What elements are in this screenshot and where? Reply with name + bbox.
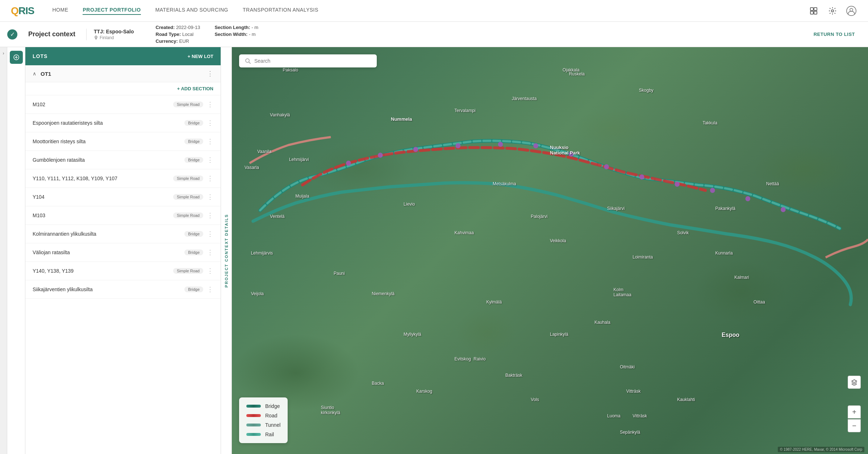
svg-rect-3 <box>814 11 817 14</box>
lots-header-title: LOTS <box>33 53 47 59</box>
lot-item-name: Siikajärventien ylikulkusilta <box>33 286 184 292</box>
lot-item-menu[interactable]: ⋮ <box>207 119 213 127</box>
lot-item[interactable]: Kolmirannantien ylikulkusilta Bridge ⋮ <box>25 225 221 243</box>
lot-item-name: Kolmirannantien ylikulkusilta <box>33 231 184 237</box>
lot-item-menu[interactable]: ⋮ <box>207 267 213 275</box>
map-copyright: © 1987-2022 HERE, Maxar, © 2014 Microsof… <box>778 447 864 452</box>
legend-bridge-label: Bridge <box>265 403 280 409</box>
legend-tunnel-label: Tunnel <box>265 422 280 428</box>
lot-item-name: Y110, Y111, Y112, K108, Y109, Y107 <box>33 176 173 181</box>
legend-bridge: Bridge <box>246 403 280 409</box>
lot-badge: Bridge <box>184 286 203 292</box>
map-routes-svg <box>232 47 868 454</box>
section-length-detail: Section Length: - m <box>214 25 258 30</box>
section-width-detail: Section Width: - m <box>214 32 258 37</box>
project-details: Created: 2022-09-13 Road Type: Local Cur… <box>156 25 259 44</box>
lot-item-name: M103 <box>33 212 173 218</box>
zoom-in-button[interactable]: + <box>848 405 861 418</box>
lot-item-name: Y140, Y138, Y139 <box>33 268 173 274</box>
lot-item-menu[interactable]: ⋮ <box>207 137 213 145</box>
search-input[interactable] <box>254 58 371 64</box>
svg-point-11 <box>378 153 383 158</box>
lot-item-menu[interactable]: ⋮ <box>207 174 213 182</box>
lot-item-menu[interactable]: ⋮ <box>207 100 213 108</box>
lot-badge: Bridge <box>184 139 203 144</box>
user-icon[interactable] <box>846 5 857 17</box>
notifications-icon[interactable] <box>808 5 819 17</box>
nav-materials-sourcing[interactable]: MATERIALS AND SOURCING <box>155 7 228 15</box>
map-area[interactable]: Paksalo Vanhakylä Vaanila Vasarla Lehmij… <box>232 47 868 454</box>
legend-rail-label: Rail <box>265 432 274 437</box>
lot-item[interactable]: Moottoritien risteys silta Bridge ⋮ <box>25 132 221 151</box>
logo-q: Q <box>11 5 18 16</box>
lot-badge: Simple Road <box>173 212 203 218</box>
zoom-out-button[interactable]: − <box>848 419 861 432</box>
lot-item-menu[interactable]: ⋮ <box>207 248 213 256</box>
map-search-bar[interactable] <box>239 54 377 67</box>
svg-point-17 <box>604 164 609 169</box>
project-title: Project context <box>28 30 75 38</box>
section-group: Section Length: - m Section Width: - m <box>214 25 258 44</box>
map-layers-button[interactable] <box>848 376 861 389</box>
settings-icon[interactable] <box>827 5 838 17</box>
side-label-container: PROJECT CONTEXT DETAILS <box>221 47 232 454</box>
svg-line-24 <box>249 62 250 63</box>
project-header: ✓ Project context TTJ: Espoo-Salo Finlan… <box>0 22 868 47</box>
lot-item[interactable]: M102 Simple Road ⋮ <box>25 95 221 114</box>
created-detail: Created: 2022-09-13 <box>156 25 200 30</box>
svg-point-4 <box>831 10 834 12</box>
app-logo: QRIS <box>11 5 34 17</box>
svg-point-20 <box>710 188 715 193</box>
lot-item[interactable]: Espoonjoen rautatieristeys silta Bridge … <box>25 114 221 132</box>
return-to-list-button[interactable]: RETURN TO LIST <box>808 29 861 40</box>
project-status-icon: ✓ <box>7 29 17 40</box>
lot-badge: Bridge <box>184 249 203 255</box>
lot-group-chevron[interactable]: ∧ <box>33 71 36 77</box>
lot-item-menu[interactable]: ⋮ <box>207 156 213 164</box>
legend-road-label: Road <box>265 413 277 418</box>
lot-item[interactable]: Siikajärventien ylikulkusilta Bridge ⋮ <box>25 280 221 299</box>
legend-road: Road <box>246 413 280 418</box>
lot-item-name: Espoonjoen rautatieristeys silta <box>33 120 184 126</box>
lot-badge: Bridge <box>184 157 203 163</box>
lot-item[interactable]: Y104 Simple Road ⋮ <box>25 188 221 206</box>
legend-rail-line <box>246 433 261 436</box>
search-icon <box>245 58 251 64</box>
new-lot-button[interactable]: + NEW LOT <box>188 54 213 59</box>
svg-point-16 <box>569 152 574 157</box>
legend-tunnel: Tunnel <box>246 422 280 428</box>
map-legend: Bridge Road Tunnel Rail <box>239 397 288 443</box>
sidebar-toggle[interactable]: › <box>0 47 7 454</box>
lot-item[interactable]: Gumbölenjoen ratasilta Bridge ⋮ <box>25 151 221 169</box>
nav-home[interactable]: HOME <box>52 7 68 15</box>
lot-item[interactable]: M103 Simple Road ⋮ <box>25 206 221 225</box>
lot-group-menu[interactable]: ⋮ <box>207 70 213 78</box>
svg-point-10 <box>346 161 351 166</box>
lot-item[interactable]: Väliojan ratasilta Bridge ⋮ <box>25 243 221 262</box>
svg-point-6 <box>850 8 853 11</box>
svg-point-22 <box>781 207 786 212</box>
lots-header: LOTS + NEW LOT <box>25 47 221 65</box>
tool-panel-btn[interactable] <box>10 51 23 64</box>
lots-list: ∧ OT1 ⋮ + ADD SECTION M102 Simple Road ⋮… <box>25 65 221 454</box>
lot-item-name: Moottoritien risteys silta <box>33 139 184 144</box>
project-name: TTJ: Espoo-Salo <box>94 29 134 34</box>
tool-panel <box>7 47 25 454</box>
map-background: Paksalo Vanhakylä Vaanila Vasarla Lehmij… <box>232 47 868 454</box>
lot-item-menu[interactable]: ⋮ <box>207 193 213 201</box>
lot-item-menu[interactable]: ⋮ <box>207 211 213 219</box>
nav-transportation-analysis[interactable]: TRANSPORTATION ANALYSIS <box>243 7 318 15</box>
nav-project-portfolio[interactable]: PROJECT PORTFOLIO <box>83 7 141 15</box>
legend-tunnel-line <box>246 424 261 426</box>
svg-point-18 <box>639 174 644 179</box>
lot-item[interactable]: Y110, Y111, Y112, K108, Y109, Y107 Simpl… <box>25 169 221 188</box>
lot-item[interactable]: Y140, Y138, Y139 Simple Road ⋮ <box>25 262 221 280</box>
logo-ris: RIS <box>18 5 34 16</box>
lot-item-name: Väliojan ratasilta <box>33 249 184 255</box>
add-section-button[interactable]: + ADD SECTION <box>25 82 221 95</box>
lot-badge: Simple Road <box>173 176 203 181</box>
lot-item-menu[interactable]: ⋮ <box>207 230 213 238</box>
svg-rect-1 <box>814 8 817 11</box>
lot-item-menu[interactable]: ⋮ <box>207 285 213 293</box>
nav-links: HOME PROJECT PORTFOLIO MATERIALS AND SOU… <box>52 7 808 15</box>
